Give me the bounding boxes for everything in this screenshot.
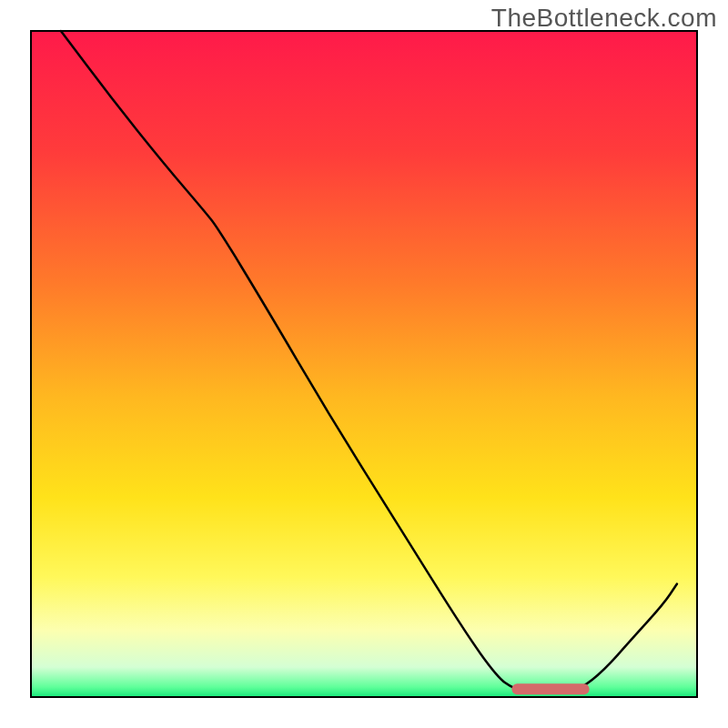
- line-chart: [0, 0, 728, 728]
- watermark-text: TheBottleneck.com: [491, 4, 717, 33]
- plot-background: [31, 31, 697, 697]
- chart-container: TheBottleneck.com: [0, 0, 728, 728]
